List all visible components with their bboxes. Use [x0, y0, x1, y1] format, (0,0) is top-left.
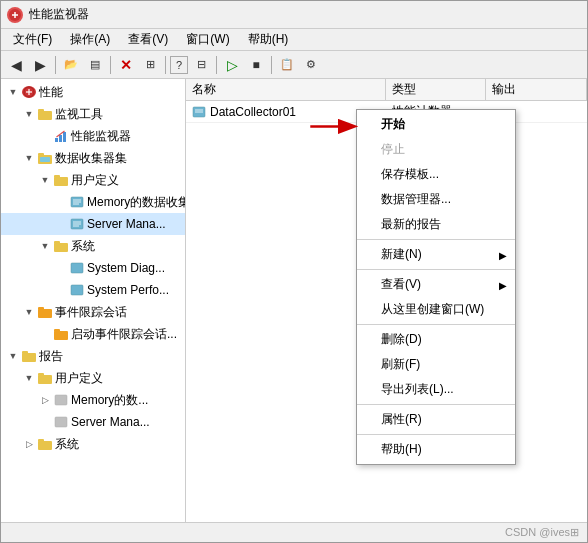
startup-event-icon: [53, 326, 69, 342]
ctx-refresh[interactable]: 刷新(F): [357, 352, 515, 377]
toolbar-sep-2: [110, 56, 111, 74]
svg-rect-31: [54, 329, 60, 332]
sidebar-item-startup-event[interactable]: ▷ 启动事件限踪会话...: [1, 323, 185, 345]
sidebar-item-system[interactable]: ▼ 系统: [1, 235, 185, 257]
ctx-properties[interactable]: 属性(R): [357, 407, 515, 432]
expand-event-session[interactable]: ▼: [21, 304, 37, 320]
svg-rect-36: [55, 395, 67, 405]
collect-icon: [69, 194, 85, 210]
ctx-view[interactable]: 查看(V) ▶: [357, 272, 515, 297]
view-button[interactable]: ⊟: [190, 54, 212, 76]
sidebar-item-system2[interactable]: ▷ 系统: [1, 433, 185, 455]
app-icon: [7, 7, 23, 23]
title-bar: 性能监视器: [1, 1, 587, 29]
sidebar-item-monitor-tools[interactable]: ▼ 监视工具: [1, 103, 185, 125]
sidebar: ▼ 性能 ▼ 监视工具 ▷: [1, 79, 186, 522]
sidebar-item-data-collect[interactable]: ▼ 数据收集器集: [1, 147, 185, 169]
ctx-latest-report[interactable]: 最新的报告: [357, 212, 515, 237]
sidebar-item-reports[interactable]: ▼ 报告: [1, 345, 185, 367]
reports-folder-icon: [21, 348, 37, 364]
expand-reports[interactable]: ▼: [5, 348, 21, 364]
ctx-sep-5: [357, 434, 515, 435]
sidebar-item-memory-data[interactable]: ▷ Memory的数...: [1, 389, 185, 411]
sidebar-item-system-diag[interactable]: ▷ System Diag...: [1, 257, 185, 279]
menu-help[interactable]: 帮助(H): [240, 29, 297, 50]
ctx-data-mgr[interactable]: 数据管理器...: [357, 187, 515, 212]
ctx-save-template[interactable]: 保存模板...: [357, 162, 515, 187]
sidebar-label-memory-collect: Memory的数据收集...: [87, 193, 186, 211]
main-window: 性能监视器 文件(F) 操作(A) 查看(V) 窗口(W) 帮助(H) ◀ ▶ …: [0, 0, 588, 543]
sidebar-label-event-session: 事件限踪会话: [55, 303, 127, 321]
settings-button[interactable]: ⚙: [300, 54, 322, 76]
forward-button[interactable]: ▶: [29, 54, 51, 76]
ctx-stop: 停止: [357, 137, 515, 162]
properties-button[interactable]: ⊞: [139, 54, 161, 76]
user-folder2-icon: [37, 370, 53, 386]
sidebar-item-server-mana[interactable]: ▷ Server Mana...: [1, 213, 185, 235]
start-button[interactable]: ▷: [221, 54, 243, 76]
menu-view[interactable]: 查看(V): [120, 29, 176, 50]
expand-system[interactable]: ▼: [37, 238, 53, 254]
sidebar-item-event-session[interactable]: ▼ 事件限踪会话: [1, 301, 185, 323]
ctx-delete[interactable]: 删除(D): [357, 327, 515, 352]
svg-rect-14: [54, 177, 68, 186]
context-menu: 开始 停止 保存模板... 数据管理器... 最新的报告 新建(N) ▶ 查看(…: [356, 109, 516, 465]
sidebar-label-server-mana2: Server Mana...: [71, 413, 150, 431]
header-name[interactable]: 名称: [186, 79, 386, 100]
cell-name-text: DataCollector01: [210, 105, 296, 119]
expand-monitor-tools[interactable]: ▼: [21, 106, 37, 122]
ctx-start[interactable]: 开始: [357, 112, 515, 137]
ctx-new-window[interactable]: 从这里创建窗口(W): [357, 297, 515, 322]
sidebar-label-reports: 报告: [39, 347, 63, 365]
svg-rect-34: [38, 375, 52, 384]
menu-window[interactable]: 窗口(W): [178, 29, 237, 50]
back-button[interactable]: ◀: [5, 54, 27, 76]
main-content: ▼ 性能 ▼ 监视工具 ▷: [1, 79, 587, 522]
expand-user-def[interactable]: ▼: [37, 172, 53, 188]
sidebar-item-perf-monitor[interactable]: ▷ 性能监视器: [1, 125, 185, 147]
svg-rect-13: [40, 157, 50, 162]
sidebar-item-system-perf[interactable]: ▷ System Perfo...: [1, 279, 185, 301]
svg-rect-35: [38, 373, 44, 376]
menu-action[interactable]: 操作(A): [62, 29, 118, 50]
sidebar-label-perf: 性能: [39, 83, 63, 101]
open-button[interactable]: 📂: [60, 54, 82, 76]
sidebar-item-perf[interactable]: ▼ 性能: [1, 81, 185, 103]
ctx-help[interactable]: 帮助(H): [357, 437, 515, 462]
expand-perf[interactable]: ▼: [5, 84, 21, 100]
svg-rect-12: [38, 153, 44, 156]
memory-data-icon: [53, 392, 69, 408]
header-type[interactable]: 类型: [386, 79, 486, 100]
header-output[interactable]: 输出: [486, 79, 587, 100]
svg-rect-39: [38, 439, 44, 442]
sidebar-label-startup-event: 启动事件限踪会话...: [71, 325, 177, 343]
sidebar-item-memory-collect[interactable]: ▷ Memory的数据收集...: [1, 191, 185, 213]
sidebar-item-user-def2[interactable]: ▼ 用户定义: [1, 367, 185, 389]
expand-system2[interactable]: ▷: [21, 436, 37, 452]
ctx-export[interactable]: 导出列表(L)...: [357, 377, 515, 402]
delete-button[interactable]: ✕: [115, 54, 137, 76]
sidebar-item-user-def[interactable]: ▼ 用户定义: [1, 169, 185, 191]
expand-memory-data[interactable]: ▷: [37, 392, 53, 408]
copy-button[interactable]: 📋: [276, 54, 298, 76]
sys-diag-icon: [69, 260, 85, 276]
expand-data-collect[interactable]: ▼: [21, 150, 37, 166]
svg-rect-32: [22, 353, 36, 362]
stop-button[interactable]: ■: [245, 54, 267, 76]
sidebar-item-server-mana2[interactable]: ▷ Server Mana...: [1, 411, 185, 433]
user-folder-icon: [53, 172, 69, 188]
toolbar-sep-1: [55, 56, 56, 74]
expand-user-def2[interactable]: ▼: [21, 370, 37, 386]
chart-icon: [53, 128, 69, 144]
system2-folder-icon: [37, 436, 53, 452]
list-button[interactable]: ▤: [84, 54, 106, 76]
svg-rect-37: [55, 417, 67, 427]
svg-rect-33: [22, 351, 28, 354]
toolbar-sep-3: [165, 56, 166, 74]
ctx-view-arrow: ▶: [499, 279, 507, 290]
sidebar-label-system2: 系统: [55, 435, 79, 453]
red-arrow: [306, 111, 366, 144]
ctx-new[interactable]: 新建(N) ▶: [357, 242, 515, 267]
menu-file[interactable]: 文件(F): [5, 29, 60, 50]
help-button[interactable]: ?: [170, 56, 188, 74]
